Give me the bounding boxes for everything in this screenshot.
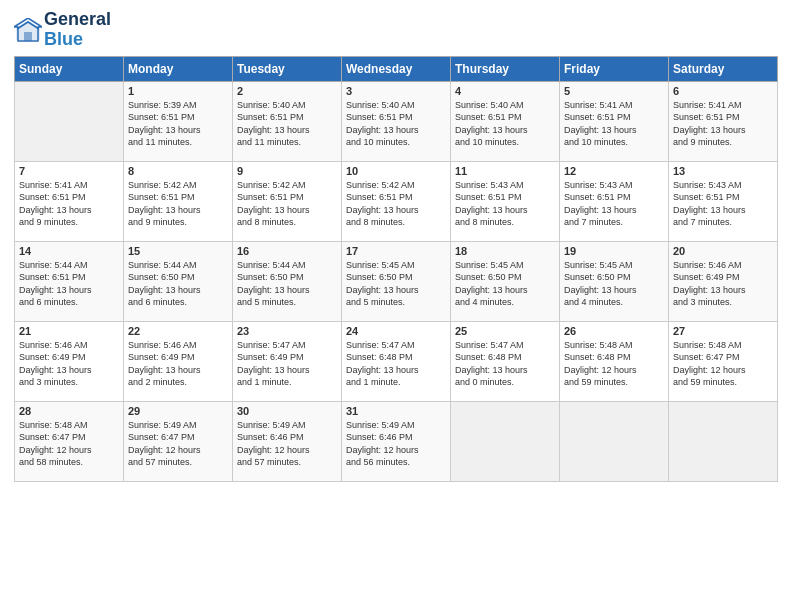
day-info: Sunrise: 5:44 AM Sunset: 6:50 PM Dayligh…	[128, 259, 228, 309]
day-number: 22	[128, 325, 228, 337]
day-info: Sunrise: 5:45 AM Sunset: 6:50 PM Dayligh…	[455, 259, 555, 309]
day-number: 12	[564, 165, 664, 177]
calendar-cell: 8Sunrise: 5:42 AM Sunset: 6:51 PM Daylig…	[124, 161, 233, 241]
calendar-cell: 5Sunrise: 5:41 AM Sunset: 6:51 PM Daylig…	[560, 81, 669, 161]
day-info: Sunrise: 5:46 AM Sunset: 6:49 PM Dayligh…	[19, 339, 119, 389]
calendar-cell: 22Sunrise: 5:46 AM Sunset: 6:49 PM Dayli…	[124, 321, 233, 401]
calendar-cell: 17Sunrise: 5:45 AM Sunset: 6:50 PM Dayli…	[342, 241, 451, 321]
logo-text: GeneralBlue	[44, 10, 111, 50]
day-number: 13	[673, 165, 773, 177]
day-info: Sunrise: 5:40 AM Sunset: 6:51 PM Dayligh…	[237, 99, 337, 149]
day-info: Sunrise: 5:45 AM Sunset: 6:50 PM Dayligh…	[564, 259, 664, 309]
day-number: 28	[19, 405, 119, 417]
day-number: 5	[564, 85, 664, 97]
weekday-tuesday: Tuesday	[233, 56, 342, 81]
calendar-cell: 23Sunrise: 5:47 AM Sunset: 6:49 PM Dayli…	[233, 321, 342, 401]
day-number: 25	[455, 325, 555, 337]
day-info: Sunrise: 5:41 AM Sunset: 6:51 PM Dayligh…	[673, 99, 773, 149]
day-number: 19	[564, 245, 664, 257]
calendar-cell	[560, 401, 669, 481]
day-info: Sunrise: 5:47 AM Sunset: 6:49 PM Dayligh…	[237, 339, 337, 389]
weekday-header-row: SundayMondayTuesdayWednesdayThursdayFrid…	[15, 56, 778, 81]
day-info: Sunrise: 5:40 AM Sunset: 6:51 PM Dayligh…	[346, 99, 446, 149]
day-info: Sunrise: 5:43 AM Sunset: 6:51 PM Dayligh…	[673, 179, 773, 229]
calendar-cell: 11Sunrise: 5:43 AM Sunset: 6:51 PM Dayli…	[451, 161, 560, 241]
day-number: 2	[237, 85, 337, 97]
calendar-cell	[451, 401, 560, 481]
day-info: Sunrise: 5:42 AM Sunset: 6:51 PM Dayligh…	[346, 179, 446, 229]
day-info: Sunrise: 5:48 AM Sunset: 6:47 PM Dayligh…	[673, 339, 773, 389]
day-info: Sunrise: 5:49 AM Sunset: 6:46 PM Dayligh…	[346, 419, 446, 469]
day-number: 24	[346, 325, 446, 337]
day-number: 17	[346, 245, 446, 257]
day-info: Sunrise: 5:39 AM Sunset: 6:51 PM Dayligh…	[128, 99, 228, 149]
calendar-cell: 31Sunrise: 5:49 AM Sunset: 6:46 PM Dayli…	[342, 401, 451, 481]
calendar-cell: 3Sunrise: 5:40 AM Sunset: 6:51 PM Daylig…	[342, 81, 451, 161]
calendar-cell: 16Sunrise: 5:44 AM Sunset: 6:50 PM Dayli…	[233, 241, 342, 321]
page-header: GeneralBlue	[14, 10, 778, 50]
calendar-cell: 21Sunrise: 5:46 AM Sunset: 6:49 PM Dayli…	[15, 321, 124, 401]
calendar-cell: 12Sunrise: 5:43 AM Sunset: 6:51 PM Dayli…	[560, 161, 669, 241]
day-number: 18	[455, 245, 555, 257]
calendar-cell: 25Sunrise: 5:47 AM Sunset: 6:48 PM Dayli…	[451, 321, 560, 401]
calendar-cell: 13Sunrise: 5:43 AM Sunset: 6:51 PM Dayli…	[669, 161, 778, 241]
day-info: Sunrise: 5:43 AM Sunset: 6:51 PM Dayligh…	[455, 179, 555, 229]
weekday-saturday: Saturday	[669, 56, 778, 81]
calendar-cell: 2Sunrise: 5:40 AM Sunset: 6:51 PM Daylig…	[233, 81, 342, 161]
day-info: Sunrise: 5:44 AM Sunset: 6:50 PM Dayligh…	[237, 259, 337, 309]
weekday-sunday: Sunday	[15, 56, 124, 81]
day-info: Sunrise: 5:44 AM Sunset: 6:51 PM Dayligh…	[19, 259, 119, 309]
day-info: Sunrise: 5:48 AM Sunset: 6:48 PM Dayligh…	[564, 339, 664, 389]
day-number: 16	[237, 245, 337, 257]
day-number: 20	[673, 245, 773, 257]
calendar-week-5: 28Sunrise: 5:48 AM Sunset: 6:47 PM Dayli…	[15, 401, 778, 481]
day-info: Sunrise: 5:49 AM Sunset: 6:46 PM Dayligh…	[237, 419, 337, 469]
day-number: 14	[19, 245, 119, 257]
day-number: 23	[237, 325, 337, 337]
calendar-body: 1Sunrise: 5:39 AM Sunset: 6:51 PM Daylig…	[15, 81, 778, 481]
calendar-cell: 6Sunrise: 5:41 AM Sunset: 6:51 PM Daylig…	[669, 81, 778, 161]
day-info: Sunrise: 5:46 AM Sunset: 6:49 PM Dayligh…	[673, 259, 773, 309]
weekday-wednesday: Wednesday	[342, 56, 451, 81]
day-number: 3	[346, 85, 446, 97]
weekday-monday: Monday	[124, 56, 233, 81]
calendar-cell: 29Sunrise: 5:49 AM Sunset: 6:47 PM Dayli…	[124, 401, 233, 481]
day-info: Sunrise: 5:46 AM Sunset: 6:49 PM Dayligh…	[128, 339, 228, 389]
weekday-thursday: Thursday	[451, 56, 560, 81]
calendar-cell: 27Sunrise: 5:48 AM Sunset: 6:47 PM Dayli…	[669, 321, 778, 401]
day-number: 27	[673, 325, 773, 337]
calendar-week-1: 1Sunrise: 5:39 AM Sunset: 6:51 PM Daylig…	[15, 81, 778, 161]
day-number: 8	[128, 165, 228, 177]
day-info: Sunrise: 5:42 AM Sunset: 6:51 PM Dayligh…	[128, 179, 228, 229]
logo: GeneralBlue	[14, 10, 111, 50]
day-number: 21	[19, 325, 119, 337]
calendar-week-2: 7Sunrise: 5:41 AM Sunset: 6:51 PM Daylig…	[15, 161, 778, 241]
day-info: Sunrise: 5:40 AM Sunset: 6:51 PM Dayligh…	[455, 99, 555, 149]
day-info: Sunrise: 5:48 AM Sunset: 6:47 PM Dayligh…	[19, 419, 119, 469]
weekday-friday: Friday	[560, 56, 669, 81]
calendar-cell: 15Sunrise: 5:44 AM Sunset: 6:50 PM Dayli…	[124, 241, 233, 321]
calendar-table: SundayMondayTuesdayWednesdayThursdayFrid…	[14, 56, 778, 482]
calendar-cell	[669, 401, 778, 481]
calendar-cell: 7Sunrise: 5:41 AM Sunset: 6:51 PM Daylig…	[15, 161, 124, 241]
calendar-cell: 28Sunrise: 5:48 AM Sunset: 6:47 PM Dayli…	[15, 401, 124, 481]
calendar-cell: 1Sunrise: 5:39 AM Sunset: 6:51 PM Daylig…	[124, 81, 233, 161]
day-info: Sunrise: 5:49 AM Sunset: 6:47 PM Dayligh…	[128, 419, 228, 469]
day-info: Sunrise: 5:41 AM Sunset: 6:51 PM Dayligh…	[19, 179, 119, 229]
calendar-cell: 19Sunrise: 5:45 AM Sunset: 6:50 PM Dayli…	[560, 241, 669, 321]
calendar-cell: 20Sunrise: 5:46 AM Sunset: 6:49 PM Dayli…	[669, 241, 778, 321]
day-number: 6	[673, 85, 773, 97]
calendar-cell: 30Sunrise: 5:49 AM Sunset: 6:46 PM Dayli…	[233, 401, 342, 481]
calendar-cell: 10Sunrise: 5:42 AM Sunset: 6:51 PM Dayli…	[342, 161, 451, 241]
day-number: 1	[128, 85, 228, 97]
calendar-cell: 26Sunrise: 5:48 AM Sunset: 6:48 PM Dayli…	[560, 321, 669, 401]
logo-icon	[14, 18, 42, 42]
day-number: 4	[455, 85, 555, 97]
day-info: Sunrise: 5:41 AM Sunset: 6:51 PM Dayligh…	[564, 99, 664, 149]
day-number: 26	[564, 325, 664, 337]
day-number: 31	[346, 405, 446, 417]
day-info: Sunrise: 5:47 AM Sunset: 6:48 PM Dayligh…	[455, 339, 555, 389]
day-info: Sunrise: 5:47 AM Sunset: 6:48 PM Dayligh…	[346, 339, 446, 389]
calendar-cell: 9Sunrise: 5:42 AM Sunset: 6:51 PM Daylig…	[233, 161, 342, 241]
day-number: 15	[128, 245, 228, 257]
